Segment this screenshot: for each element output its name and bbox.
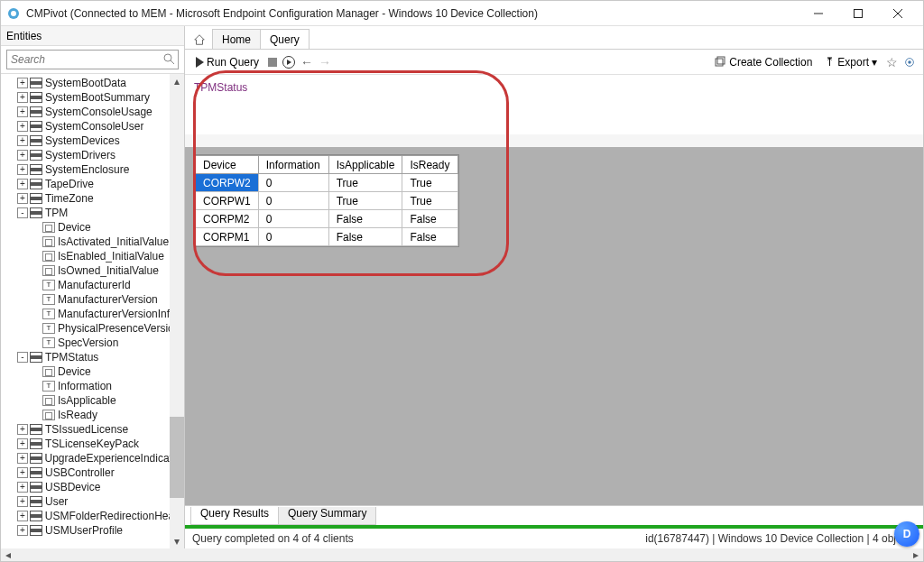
tree-item[interactable]: +SystemBootSummary: [3, 90, 184, 105]
grid-cell[interactable]: 0: [258, 174, 328, 192]
stop-icon[interactable]: [268, 58, 277, 67]
grid-cell[interactable]: False: [402, 228, 458, 246]
table-row[interactable]: CORPW20TrueTrue: [196, 174, 458, 192]
expander-icon[interactable]: +: [17, 496, 28, 507]
search-input[interactable]: [6, 50, 179, 69]
scroll-down-icon[interactable]: ▾: [170, 534, 184, 548]
home-icon[interactable]: [190, 31, 208, 49]
tab-home[interactable]: Home: [212, 29, 261, 49]
expander-icon[interactable]: +: [17, 150, 28, 161]
tab-query-results[interactable]: Query Results: [190, 507, 279, 525]
query-editor[interactable]: TPMStatus: [185, 75, 923, 147]
tree-item[interactable]: +USMUserProfile: [3, 523, 184, 538]
create-collection-button[interactable]: Create Collection: [710, 54, 816, 70]
tree-item[interactable]: +SystemDrivers: [3, 148, 184, 162]
tree-item[interactable]: +UpgradeExperienceIndicators: [3, 451, 184, 465]
table-row[interactable]: CORPM10FalseFalse: [196, 228, 458, 246]
tree-item[interactable]: +USBDevice: [3, 480, 184, 494]
tree-item[interactable]: TPhysicalPresenceVersion: [3, 321, 184, 336]
grid-cell[interactable]: False: [328, 210, 402, 228]
tree-item[interactable]: -TPM: [3, 206, 184, 220]
hscroll-left-icon[interactable]: ◂: [1, 548, 15, 561]
forward-icon[interactable]: →: [319, 55, 331, 69]
tree-item[interactable]: +SystemDevices: [3, 134, 184, 148]
favorite-icon[interactable]: ☆: [886, 55, 898, 69]
scroll-thumb[interactable]: [170, 417, 184, 498]
tree-item[interactable]: TManufacturerId: [3, 278, 184, 292]
tree-item[interactable]: +SystemBootData: [3, 76, 184, 90]
grid-cell[interactable]: CORPM2: [196, 210, 259, 228]
expander-icon[interactable]: +: [17, 164, 28, 175]
tree-item[interactable]: +SystemConsoleUser: [3, 119, 184, 134]
table-row[interactable]: CORPW10TrueTrue: [196, 192, 458, 210]
grid-cell[interactable]: CORPM1: [196, 228, 259, 246]
run-query-button[interactable]: Run Query: [192, 54, 263, 70]
expander-icon[interactable]: +: [17, 92, 28, 103]
grid-header[interactable]: Information: [258, 156, 328, 174]
expander-icon[interactable]: -: [17, 352, 28, 363]
expander-icon[interactable]: +: [17, 482, 28, 493]
tree-item[interactable]: +SystemEnclosure: [3, 162, 184, 177]
expander-icon[interactable]: +: [17, 453, 28, 464]
grid-cell[interactable]: True: [402, 174, 458, 192]
tree-item[interactable]: +USMFolderRedirectionHealth: [3, 509, 184, 523]
entities-tree[interactable]: +SystemBootData+SystemBootSummary+System…: [1, 74, 184, 548]
close-button[interactable]: [878, 3, 918, 24]
run-again-icon[interactable]: [282, 56, 295, 69]
tab-query-summary[interactable]: Query Summary: [278, 507, 376, 525]
tree-item[interactable]: IsReady: [3, 408, 184, 422]
tree-item[interactable]: TManufacturerVersion: [3, 292, 184, 307]
tree-item[interactable]: +USBController: [3, 465, 184, 480]
expander-icon[interactable]: +: [17, 467, 28, 478]
grid-cell[interactable]: False: [402, 210, 458, 228]
tree-item[interactable]: IsEnabled_InitialValue: [3, 249, 184, 263]
table-row[interactable]: CORPM20FalseFalse: [196, 210, 458, 228]
tree-item[interactable]: TSpecVersion: [3, 336, 184, 350]
expander-icon[interactable]: +: [17, 78, 28, 88]
tree-item[interactable]: +TapeDrive: [3, 177, 184, 191]
tree-item[interactable]: Device: [3, 364, 184, 379]
grid-cell[interactable]: False: [328, 228, 402, 246]
expander-icon[interactable]: +: [17, 121, 28, 132]
tab-query[interactable]: Query: [260, 29, 310, 49]
grid-cell[interactable]: True: [402, 192, 458, 210]
gear-icon[interactable]: [903, 56, 916, 69]
grid-header[interactable]: IsApplicable: [328, 156, 402, 174]
tree-item[interactable]: +TimeZone: [3, 191, 184, 206]
grid-cell[interactable]: 0: [258, 228, 328, 246]
tree-item[interactable]: +SystemConsoleUsage: [3, 105, 184, 119]
expander-icon[interactable]: +: [17, 106, 28, 117]
tree-item[interactable]: IsOwned_InitialValue: [3, 263, 184, 278]
expander-icon[interactable]: +: [17, 135, 28, 146]
window-h-scrollbar[interactable]: ◂ ▸: [1, 548, 923, 561]
grid-cell[interactable]: True: [328, 192, 402, 210]
tree-item[interactable]: +TSLicenseKeyPack: [3, 437, 184, 451]
grid-cell[interactable]: CORPW2: [196, 174, 259, 192]
tree-item[interactable]: IsApplicable: [3, 393, 184, 408]
tree-item[interactable]: TManufacturerVersionInfo: [3, 307, 184, 321]
tree-item[interactable]: +TSIssuedLicense: [3, 422, 184, 437]
export-button[interactable]: ⤒ Export ▾: [821, 53, 881, 70]
tree-item[interactable]: Device: [3, 220, 184, 235]
expander-icon[interactable]: +: [17, 511, 28, 521]
hscroll-right-icon[interactable]: ▸: [909, 548, 923, 561]
maximize-button[interactable]: [838, 3, 878, 24]
editor-h-scrollbar[interactable]: [185, 134, 923, 147]
expander-icon[interactable]: +: [17, 193, 28, 204]
tree-scrollbar[interactable]: ▴ ▾: [170, 74, 184, 548]
expander-icon[interactable]: -: [17, 207, 28, 218]
results-grid[interactable]: DeviceInformationIsApplicableIsReadyCORP…: [194, 154, 459, 247]
grid-cell[interactable]: True: [328, 174, 402, 192]
grid-header[interactable]: IsReady: [402, 156, 458, 174]
grid-cell[interactable]: 0: [258, 210, 328, 228]
back-icon[interactable]: ←: [300, 55, 313, 69]
expander-icon[interactable]: +: [17, 179, 28, 189]
minimize-button[interactable]: [799, 3, 838, 24]
scroll-up-icon[interactable]: ▴: [170, 74, 184, 88]
expander-icon[interactable]: +: [17, 424, 28, 435]
grid-cell[interactable]: CORPW1: [196, 192, 259, 210]
grid-cell[interactable]: 0: [258, 192, 328, 210]
tree-item[interactable]: -TPMStatus: [3, 350, 184, 364]
tree-item[interactable]: +User: [3, 494, 184, 509]
tree-item[interactable]: IsActivated_InitialValue: [3, 235, 184, 249]
